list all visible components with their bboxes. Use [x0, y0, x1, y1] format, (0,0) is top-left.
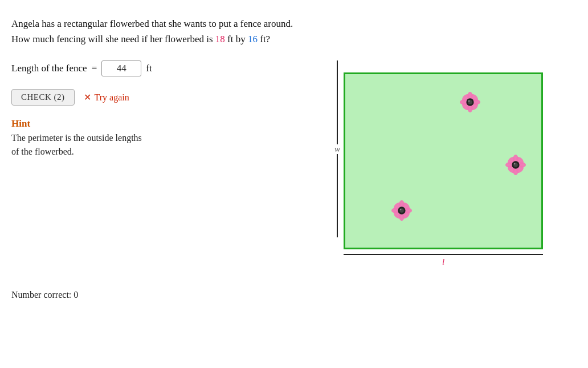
l-label-row: l [344, 257, 543, 267]
length-indicator [344, 254, 543, 255]
flower-3 [391, 200, 413, 224]
check-button[interactable]: CHECK (2) [11, 89, 75, 106]
number-correct: Number correct: 0 [11, 290, 571, 300]
try-again: ✕ Try again [84, 92, 129, 103]
flowerbed-rect [344, 72, 543, 249]
hbar-left-tick [344, 254, 349, 255]
question-line1: Angela has a rectangular flowerbed that … [11, 16, 571, 31]
vbar-top-tick [337, 60, 338, 66]
w-label: w [334, 144, 340, 154]
x-icon: ✕ [84, 92, 91, 103]
hint-line2: of the flowerbed. [11, 147, 74, 156]
hbar-right-tick [537, 254, 543, 255]
fence-input[interactable] [101, 60, 141, 76]
question-line2: How much fencing will she need if her fl… [11, 31, 571, 47]
width-indicator: w [334, 60, 340, 237]
dimension2: 16 [248, 34, 258, 45]
hint-title: Hint [11, 118, 308, 130]
dimension1-unit: ft by [225, 34, 248, 45]
flower-2 [505, 154, 526, 179]
main-content: Length of the fence = ft CHECK (2) ✕ Try… [11, 60, 571, 267]
equals-sign: = [92, 63, 97, 74]
fence-row: Length of the fence = ft [11, 60, 308, 76]
hbar-line [349, 254, 537, 255]
svg-point-10 [468, 100, 470, 102]
dimension2-unit: ft? [258, 34, 270, 45]
page: Angela has a rectangular flowerbed that … [0, 0, 588, 368]
fence-label: Length of the fence [11, 63, 87, 74]
flower-1 [459, 91, 481, 116]
vbar-bottom-tick [337, 232, 338, 237]
fence-unit: ft [146, 63, 152, 74]
svg-point-21 [514, 163, 516, 165]
question-line2-prefix: How much fencing will she need if her fl… [11, 34, 215, 45]
left-panel: Length of the fence = ft CHECK (2) ✕ Try… [11, 60, 308, 159]
svg-point-32 [400, 209, 402, 211]
right-panel: w [308, 60, 570, 267]
question-block: Angela has a rectangular flowerbed that … [11, 16, 571, 47]
try-again-label: Try again [95, 92, 129, 103]
hint-text: The perimeter is the outside lengths of … [11, 131, 308, 159]
hint-block: Hint The perimeter is the outside length… [11, 118, 308, 159]
dimension1: 18 [215, 34, 225, 45]
diagram-area: w [334, 60, 543, 267]
check-row: CHECK (2) ✕ Try again [11, 89, 308, 106]
vbar-line2 [337, 154, 338, 232]
vbar-line [337, 66, 338, 144]
hint-line1: The perimeter is the outside lengths [11, 133, 142, 143]
rect-and-length: l [344, 72, 543, 267]
l-label: l [442, 257, 444, 267]
